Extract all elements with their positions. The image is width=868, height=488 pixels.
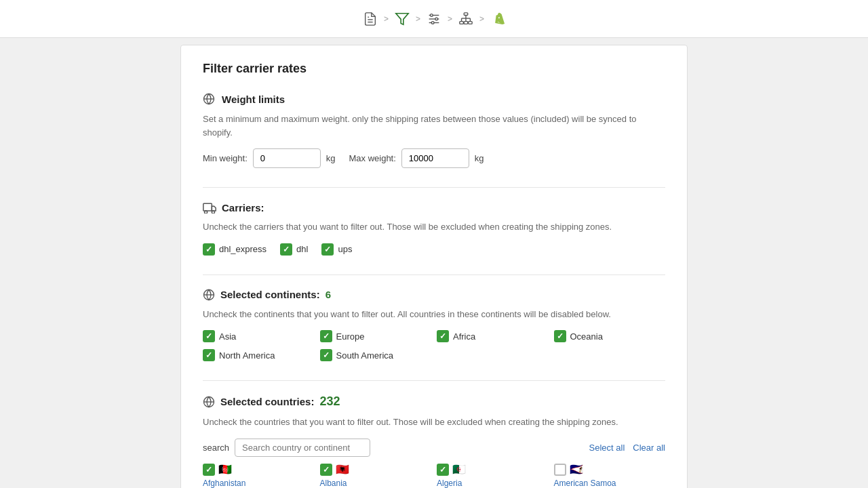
divider-1 bbox=[203, 187, 665, 188]
carrier-dhl-express-label: dhl_express bbox=[219, 244, 267, 254]
min-weight-label: Min weight: bbox=[203, 153, 248, 163]
continents-title: Selected continents: bbox=[220, 289, 320, 300]
continent-africa[interactable]: Africa bbox=[437, 330, 549, 342]
carriers-desc: Uncheck the carriers that you want to fi… bbox=[203, 220, 665, 234]
continent-north-america-label: North America bbox=[219, 350, 275, 361]
continents-desc: Uncheck the continents that you want to … bbox=[203, 308, 665, 321]
continent-europe[interactable]: Europe bbox=[320, 330, 432, 342]
countries-actions: Select all Clear all bbox=[589, 443, 665, 453]
weight-limits-header: Weight limits bbox=[203, 92, 665, 106]
country-albania-flag: 🇦🇱 bbox=[336, 464, 352, 475]
carriers-list: dhl_express dhl ups bbox=[203, 243, 665, 256]
country-albania-row: 🇦🇱 bbox=[320, 464, 352, 476]
step-shopify[interactable] bbox=[488, 9, 507, 28]
chevron-2: > bbox=[416, 14, 420, 24]
countries-count: 232 bbox=[319, 394, 340, 409]
search-row: search bbox=[203, 439, 370, 457]
countries-desc: Uncheck the countries that you want to f… bbox=[203, 415, 665, 429]
truck-icon bbox=[203, 201, 216, 214]
shopify-icon bbox=[488, 9, 507, 28]
min-weight-input[interactable] bbox=[253, 148, 321, 168]
country-albania-name: Albania bbox=[320, 479, 347, 488]
continents-count: 6 bbox=[326, 289, 331, 300]
page-title: Filter carrier rates bbox=[203, 62, 665, 76]
continent-oceania[interactable]: Oceania bbox=[554, 330, 666, 342]
continent-north-america[interactable]: North America bbox=[203, 349, 315, 361]
carrier-dhl-express[interactable]: dhl_express bbox=[203, 243, 267, 256]
carrier-dhl-checkbox[interactable] bbox=[280, 243, 292, 256]
country-american-samoa-checkbox[interactable] bbox=[554, 464, 566, 476]
step-sitemap[interactable] bbox=[456, 9, 475, 28]
svg-point-6 bbox=[431, 14, 433, 16]
countries-grid: 🇦🇫 Afghanistan 🇦🇱 Albania 🇩 bbox=[203, 464, 665, 489]
chevron-4: > bbox=[479, 14, 484, 24]
file-icon bbox=[361, 9, 380, 28]
weight-limits-title: Weight limits bbox=[222, 94, 285, 105]
countries-controls: search Select all Clear all bbox=[203, 439, 665, 457]
country-algeria-row: 🇩🇿 bbox=[437, 464, 469, 476]
search-input[interactable] bbox=[235, 439, 370, 457]
sliders-icon bbox=[425, 9, 443, 28]
countries-title: Selected countries: bbox=[220, 396, 314, 407]
country-american-samoa[interactable]: 🇦🇸 American Samoa bbox=[554, 464, 666, 488]
chevron-1: > bbox=[384, 14, 389, 24]
step-filter[interactable] bbox=[393, 9, 412, 28]
weight-limits-section: Weight limits Set a minimum and maximum … bbox=[203, 92, 665, 168]
country-american-samoa-row: 🇦🇸 bbox=[554, 464, 586, 476]
continent-south-america[interactable]: South America bbox=[320, 349, 432, 361]
step-sliders[interactable] bbox=[425, 9, 443, 28]
continent-north-america-checkbox[interactable] bbox=[203, 349, 215, 361]
globe-countries-icon bbox=[203, 396, 215, 408]
continent-africa-checkbox[interactable] bbox=[437, 330, 449, 342]
carrier-dhl[interactable]: dhl bbox=[280, 243, 308, 256]
weight-limits-desc: Set a minimum and maximum weight. only t… bbox=[203, 113, 665, 139]
carriers-section: Carriers: Uncheck the carriers that you … bbox=[203, 201, 665, 256]
chevron-3: > bbox=[448, 14, 452, 24]
continent-south-america-checkbox[interactable] bbox=[320, 349, 332, 361]
svg-point-8 bbox=[431, 21, 434, 24]
carrier-ups-label: ups bbox=[338, 244, 352, 254]
svg-rect-11 bbox=[464, 21, 468, 24]
step-file[interactable] bbox=[361, 9, 380, 28]
divider-3 bbox=[203, 380, 665, 381]
carriers-header: Carriers: bbox=[203, 201, 665, 214]
country-afghanistan-row: 🇦🇫 bbox=[203, 464, 235, 476]
max-weight-label: Max weight: bbox=[349, 153, 395, 163]
max-weight-input[interactable] bbox=[401, 148, 469, 168]
main-panel: Filter carrier rates Weight limits Set a… bbox=[180, 45, 688, 488]
globe-icon bbox=[203, 92, 216, 106]
countries-header: Selected countries: 232 bbox=[203, 394, 665, 409]
top-bar: > > > bbox=[0, 0, 868, 38]
country-american-samoa-flag: 🇦🇸 bbox=[570, 464, 586, 475]
country-algeria[interactable]: 🇩🇿 Algeria bbox=[437, 464, 549, 488]
continent-europe-checkbox[interactable] bbox=[320, 330, 332, 342]
continent-oceania-checkbox[interactable] bbox=[554, 330, 566, 342]
carrier-ups[interactable]: ups bbox=[321, 243, 352, 256]
continent-africa-label: Africa bbox=[453, 331, 475, 342]
select-all-button[interactable]: Select all bbox=[589, 443, 625, 453]
carrier-dhl-express-checkbox[interactable] bbox=[203, 243, 215, 256]
continent-europe-label: Europe bbox=[336, 331, 365, 342]
globe-continents-icon bbox=[203, 289, 215, 301]
continent-asia-checkbox[interactable] bbox=[203, 330, 215, 342]
svg-rect-20 bbox=[203, 203, 212, 211]
continent-oceania-label: Oceania bbox=[570, 331, 603, 342]
countries-section: Selected countries: 232 Uncheck the coun… bbox=[203, 394, 665, 488]
country-algeria-checkbox[interactable] bbox=[437, 464, 449, 476]
country-american-samoa-name: American Samoa bbox=[554, 479, 616, 488]
filter-icon bbox=[393, 9, 412, 28]
continent-asia[interactable]: Asia bbox=[203, 330, 315, 342]
clear-all-button[interactable]: Clear all bbox=[633, 443, 665, 453]
country-afghanistan-checkbox[interactable] bbox=[203, 464, 215, 476]
country-albania-checkbox[interactable] bbox=[320, 464, 332, 476]
svg-point-7 bbox=[435, 18, 438, 20]
weight-inputs-row: Min weight: kg Max weight: kg bbox=[203, 148, 665, 168]
country-afghanistan-name: Afghanistan bbox=[203, 479, 245, 488]
country-albania[interactable]: 🇦🇱 Albania bbox=[320, 464, 432, 488]
carrier-ups-checkbox[interactable] bbox=[321, 243, 334, 256]
carrier-dhl-label: dhl bbox=[296, 244, 308, 254]
search-label: search bbox=[203, 443, 229, 453]
country-afghanistan[interactable]: 🇦🇫 Afghanistan bbox=[203, 464, 315, 488]
svg-rect-10 bbox=[460, 21, 464, 24]
continents-section: Selected continents: 6 Uncheck the conti… bbox=[203, 289, 665, 362]
